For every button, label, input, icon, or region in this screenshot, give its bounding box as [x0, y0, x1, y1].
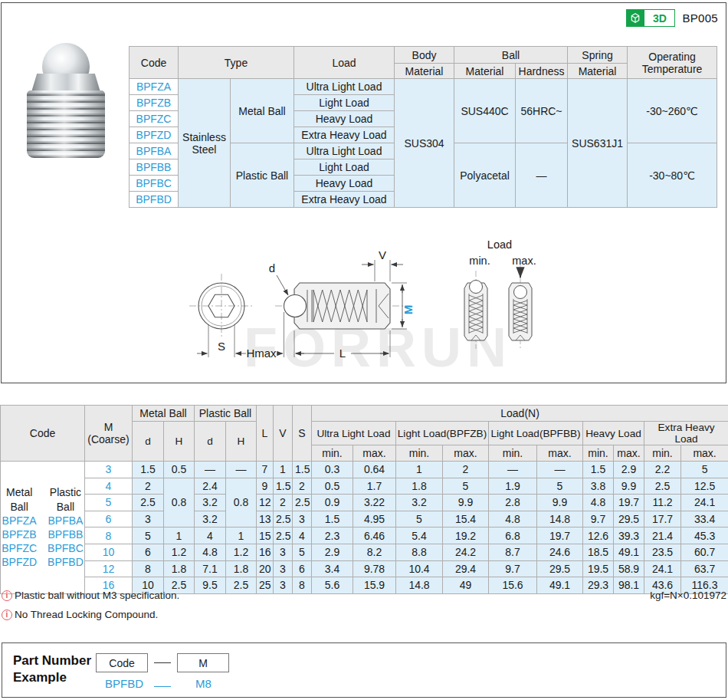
col-header-h: H	[226, 422, 257, 462]
cell-load-max: 2.9	[614, 462, 644, 478]
cell-ball-type: Metal Ball	[231, 79, 294, 143]
spec-section: 3D BP005 CodeTypeLoadBodyBallSpringOpera…	[1, 2, 726, 383]
cell-load-min: 4.8	[489, 511, 537, 527]
cell-plastic-h: 0.8	[226, 478, 257, 527]
cell-load-max: 49.1	[614, 544, 644, 560]
code-link[interactable]: BPFZB	[2, 527, 37, 541]
col-header-d: d	[133, 422, 164, 462]
cell-load-max: 9.9	[614, 478, 644, 495]
cell-load-max: 98.1	[614, 577, 644, 594]
part-number-example-title: Part Number Example	[13, 652, 91, 686]
cell-load-min: 2.9	[312, 544, 353, 560]
cell-plastic-d: 3.2	[195, 511, 226, 527]
m-size-link[interactable]: 4	[85, 478, 133, 495]
table-row: 85141152.542.36.465.419.26.819.712.639.3…	[1, 527, 728, 544]
cell-l: 25	[257, 577, 274, 594]
code-link[interactable]: BPFBD	[130, 192, 179, 208]
cell-load-min: 11.2	[644, 495, 681, 511]
cell-load-max: 19.7	[537, 527, 583, 544]
dimension-load-table: CodeM(Coarse)Metal BallPlastic BallLVSLo…	[0, 405, 728, 594]
cell-load-max: 24.2	[443, 544, 489, 560]
load-label: Load	[487, 238, 512, 251]
cell-metal-h: 1	[164, 527, 195, 544]
code-link[interactable]: BPFZC	[130, 111, 179, 127]
load-max-view	[509, 265, 532, 349]
3d-badge[interactable]: 3D	[626, 9, 675, 27]
col-header-code: Code	[130, 47, 179, 79]
cell-operating-temperature: -30~260℃	[628, 79, 717, 143]
note-thread-locking: i No Thread Locking Compound.	[2, 609, 158, 620]
unit-conversion-note: kgf=N×0.101972	[650, 590, 726, 601]
cell-l: 16	[257, 544, 274, 560]
code-link[interactable]: BPFBA	[48, 514, 84, 527]
code-link[interactable]: BPFZA	[2, 514, 37, 527]
m-size-link[interactable]: 10	[85, 544, 133, 560]
col-header-h: H	[164, 422, 195, 462]
col-header-load-group: Heavy Load	[583, 422, 644, 445]
cell-s: 1.5	[293, 462, 312, 478]
code-link[interactable]: BPFBC	[130, 176, 179, 192]
cell-load-max: 19.7	[614, 495, 644, 511]
col-header-ball: Ball	[454, 47, 568, 64]
cell-ball-type: Plastic Ball	[231, 143, 294, 208]
cell-load-level: Light Load	[294, 159, 395, 176]
cell-v: 3	[274, 577, 293, 594]
dim-hmax-label: Hmax	[246, 347, 277, 360]
col-header-spring-material: Material	[568, 64, 628, 79]
cell-load-min: 2.3	[312, 527, 353, 544]
note-text: Plastic ball without M3 specification.	[15, 590, 179, 601]
example-code-value: BPFBD	[105, 677, 143, 690]
m-size-link[interactable]: 12	[85, 560, 133, 577]
cell-load-max: 15.4	[443, 511, 489, 527]
datasheet-page: 3D BP005 CodeTypeLoadBodyBallSpringOpera…	[0, 0, 728, 700]
code-link[interactable]: BPFZD	[2, 555, 37, 569]
code-link[interactable]: BPFBA	[130, 143, 179, 159]
table-row: 1061.24.81.216352.98.28.824.28.724.618.5…	[1, 544, 728, 560]
cell-s: 6	[293, 560, 312, 577]
cell-metal-h: 1.2	[164, 544, 195, 560]
col-header-code: Code	[1, 406, 85, 462]
code-link[interactable]: BPFZB	[130, 95, 179, 111]
col-header-metal-ball: Metal Ball	[133, 406, 195, 422]
cell-codes: Metal BallBPFZABPFZBBPFZCBPFZDPlastic Ba…	[1, 462, 85, 594]
cell-load-min: 14.8	[396, 577, 443, 594]
m-size-link[interactable]: 8	[85, 527, 133, 544]
cell-load-min: 3.2	[396, 495, 443, 511]
photo-threaded-body	[27, 90, 105, 158]
cell-plastic-d: 3.2	[195, 495, 226, 511]
cell-load-max: 8.2	[353, 544, 396, 560]
m-size-link[interactable]: 6	[85, 511, 133, 527]
page-code: BP005	[682, 12, 718, 25]
cell-l: 12	[257, 495, 274, 511]
cell-l: 13	[257, 511, 274, 527]
code-link[interactable]: BPFBC	[48, 541, 84, 555]
cell-ball-hardness: 56HRC~	[516, 79, 568, 143]
code-link[interactable]: BPFBB	[130, 159, 179, 176]
code-link[interactable]: BPFBB	[48, 527, 84, 541]
cell-load-max: —	[537, 462, 583, 478]
code-link[interactable]: BPFZD	[130, 127, 179, 143]
m-size-link[interactable]: 5	[85, 495, 133, 511]
cell-load-max: 5	[537, 478, 583, 495]
cell-l: 15	[257, 527, 274, 544]
code-link[interactable]: BPFZC	[2, 541, 37, 555]
cell-load-max: 63.7	[681, 560, 728, 577]
cell-load-max: 29.4	[443, 560, 489, 577]
code-link[interactable]: BPFZA	[130, 79, 179, 95]
cell-metal-d: 1.5	[133, 462, 164, 478]
cell-load-min: 23.5	[644, 544, 681, 560]
cell-load-max: 49.1	[537, 577, 583, 594]
cell-load-min: 18.5	[583, 544, 614, 560]
col-header-load-n: Load(N)	[312, 406, 728, 422]
m-size-link[interactable]: 3	[85, 462, 133, 478]
cell-v: 2.5	[274, 511, 293, 527]
cell-v: 2	[274, 495, 293, 511]
info-icon: i	[2, 610, 12, 620]
code-link[interactable]: BPFBD	[48, 555, 84, 569]
cell-load-max: 6.46	[353, 527, 396, 544]
cell-load-max: 24.1	[681, 495, 728, 511]
cell-load-min: 3.8	[583, 478, 614, 495]
note-plastic-ball: i Plastic ball without M3 specification.	[2, 590, 179, 601]
cell-v: 3	[274, 544, 293, 560]
col-header-m-coarse: M(Coarse)	[85, 406, 133, 462]
